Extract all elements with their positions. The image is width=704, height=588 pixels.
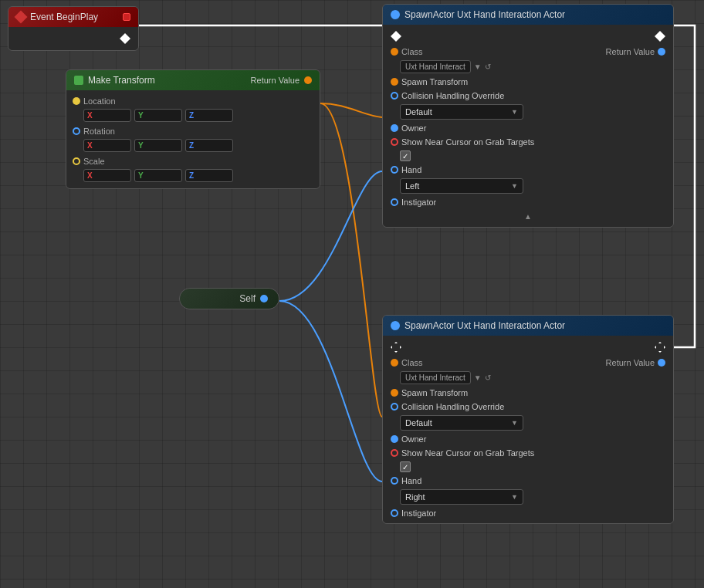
event-begin-play-title: Event BeginPlay — [30, 12, 98, 22]
spawn2-owner-label: Owner — [401, 434, 426, 444]
spawn2-collision-pin[interactable] — [391, 403, 398, 411]
rotation-x-input[interactable]: 0.0 — [94, 141, 117, 150]
spawn2-class-arrow-icon: ▼ — [474, 373, 482, 382]
scale-pin[interactable] — [73, 157, 80, 165]
spawn2-collision-value: Default — [405, 418, 432, 427]
spawn2-collision-row: Collision Handling Override — [383, 400, 673, 414]
location-x-field[interactable]: X 0.0 — [83, 109, 131, 122]
spawn1-collision-arrow-icon: ▼ — [511, 108, 518, 116]
transform-to-spawn2 — [320, 103, 382, 417]
location-y-field[interactable]: Y 0.0 — [134, 109, 182, 122]
spawn2-collision-arrow-icon: ▼ — [511, 419, 518, 427]
scale-y-input[interactable]: 1.0 — [145, 171, 168, 180]
spawn2-exec-in[interactable] — [391, 342, 401, 353]
scale-y-field[interactable]: Y 1.0 — [134, 169, 182, 182]
scale-z-field[interactable]: Z 1.0 — [185, 169, 233, 182]
spawn-actor-2-body: Class Return Value Uxt Hand Interact ▼ ↺… — [383, 336, 673, 523]
spawn2-show-near-checkbox[interactable]: ✓ — [400, 461, 411, 472]
rx-axis-label: X — [87, 141, 93, 150]
spawn1-checkbox-row: ✓ — [383, 149, 673, 163]
spawn2-instigator-label: Instigator — [401, 509, 436, 518]
spawn1-transform-pin[interactable] — [391, 78, 398, 86]
scale-x-input[interactable]: 1.0 — [94, 171, 117, 180]
spawn2-return-label: Return Value — [606, 358, 655, 367]
spawn-actor-2-header: SpawnActor Uxt Hand Interaction Actor — [383, 316, 673, 336]
spawn1-collision-pin[interactable] — [391, 92, 398, 100]
spawn1-return-pin[interactable] — [658, 48, 665, 56]
spawn1-owner-pin[interactable] — [391, 124, 398, 132]
location-x-input[interactable]: 0.0 — [94, 111, 117, 120]
spawn1-hand-select[interactable]: Left ▼ — [400, 178, 523, 194]
spawn1-show-near-checkbox[interactable]: ✓ — [400, 150, 411, 161]
self-out-pin[interactable] — [260, 295, 268, 302]
spawn1-class-reset-icon: ↺ — [485, 63, 491, 71]
rotation-x-field[interactable]: X 0.0 — [83, 139, 131, 152]
spawn2-collision-label: Collision Handling Override — [401, 402, 504, 411]
spawn2-hand-row: Hand — [383, 474, 673, 488]
spawn2-hand-dropdown: Right ▼ — [383, 488, 673, 506]
spawn2-return-pin[interactable] — [658, 359, 665, 367]
location-label: Location — [83, 96, 124, 106]
exec-out-pin[interactable] — [120, 33, 130, 44]
spawn2-hand-pin[interactable] — [391, 477, 398, 485]
spawn1-show-near-row: Show Near Cursor on Grab Targets — [383, 135, 673, 149]
spawn2-class-row: Class Return Value — [383, 356, 673, 370]
spawn-actor-2-node: SpawnActor Uxt Hand Interaction Actor Cl… — [382, 315, 674, 524]
rotation-z-input[interactable]: 0.0 — [195, 141, 218, 150]
spawn2-transform-pin[interactable] — [391, 389, 398, 397]
spawn1-instigator-pin[interactable] — [391, 198, 398, 206]
spawn1-owner-row: Owner — [383, 121, 673, 135]
spawn1-hand-value: Left — [405, 181, 419, 191]
x-axis-label: X — [87, 111, 93, 120]
close-icon[interactable] — [123, 13, 130, 21]
spawn1-collision-select[interactable]: Default ▼ — [400, 104, 523, 120]
scale-x-field[interactable]: X 1.0 — [83, 169, 131, 182]
spawn2-instigator-pin[interactable] — [391, 509, 398, 517]
spawn1-exec-in[interactable] — [391, 31, 401, 42]
make-transform-node: Make Transform Return Value Location X 0… — [66, 69, 320, 189]
sz-axis-label: Z — [189, 171, 194, 180]
make-transform-body: Location X 0.0 Y 0.0 Z 0.0 Rotation X 0 — [66, 90, 320, 188]
location-pin[interactable] — [73, 97, 80, 105]
transform-icon — [74, 76, 83, 85]
rotation-y-field[interactable]: Y 0.0 — [134, 139, 182, 152]
event-icon — [15, 11, 28, 24]
spawn2-exec-out[interactable] — [655, 342, 665, 353]
spawn1-return-label: Return Value — [606, 47, 655, 56]
location-z-input[interactable]: 0.0 — [195, 111, 218, 120]
spawn2-checkbox-row: ✓ — [383, 460, 673, 474]
spawn2-hand-select[interactable]: Right ▼ — [400, 489, 523, 505]
rotation-label: Rotation — [83, 127, 115, 136]
spawn2-hand-value: Right — [405, 492, 425, 502]
spawn1-exec-out[interactable] — [655, 31, 665, 42]
spawn-actor-2-title: SpawnActor Uxt Hand Interaction Actor — [404, 320, 565, 331]
spawn1-hand-pin[interactable] — [391, 166, 398, 174]
spawn2-class-pin[interactable] — [391, 359, 398, 367]
spawn1-class-pin[interactable] — [391, 48, 398, 56]
location-y-input[interactable]: 0.0 — [145, 111, 168, 120]
spawn2-show-near-row: Show Near Cursor on Grab Targets — [383, 446, 673, 460]
spawn1-collision-label: Collision Handling Override — [401, 91, 504, 100]
spawn1-return-right: Return Value — [606, 47, 665, 56]
spawn1-show-near-pin[interactable] — [391, 138, 398, 146]
transform-to-spawn1 — [320, 103, 382, 117]
spawn1-expand-icon[interactable]: ▲ — [524, 212, 532, 221]
sx-axis-label: X — [87, 171, 93, 180]
self-header: Self — [180, 289, 279, 309]
scale-z-input[interactable]: 1.0 — [195, 171, 218, 180]
spawn2-collision-dropdown: Default ▼ — [383, 414, 673, 432]
event-begin-play-node: Event BeginPlay — [8, 6, 139, 51]
rotation-pin[interactable] — [73, 127, 80, 135]
spawn2-collision-select[interactable]: Default ▼ — [400, 415, 523, 431]
spawn2-owner-pin[interactable] — [391, 435, 398, 443]
spawn1-hand-row: Hand — [383, 163, 673, 177]
spawn1-class-label: Class — [401, 47, 423, 56]
rotation-y-input[interactable]: 0.0 — [145, 141, 168, 150]
location-z-field[interactable]: Z 0.0 — [185, 109, 233, 122]
ry-axis-label: Y — [138, 141, 144, 150]
sy-axis-label: Y — [138, 171, 144, 180]
spawn2-show-near-pin[interactable] — [391, 449, 398, 457]
return-value-pin[interactable] — [304, 76, 312, 84]
scale-row: Scale — [66, 154, 320, 167]
rotation-z-field[interactable]: Z 0.0 — [185, 139, 233, 152]
